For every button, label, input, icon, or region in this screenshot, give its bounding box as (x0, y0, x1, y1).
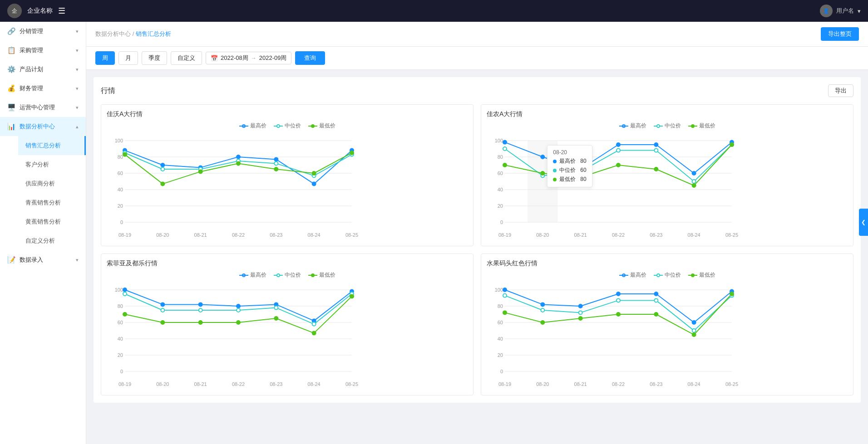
sidebar-item-supplier-analysis[interactable]: 供应商分析 (18, 174, 86, 193)
sidebar-item-product-plan[interactable]: ⚙️ 产品计划 ▾ (0, 60, 86, 79)
legend-mid: 中位价 (274, 271, 301, 279)
svg-text:08-24: 08-24 (688, 232, 700, 238)
svg-point-118 (123, 288, 127, 292)
svg-point-120 (199, 303, 202, 306)
chart-legend-chart3: 最高价 中位价 最低价 (107, 271, 468, 279)
svg-point-178 (503, 311, 507, 314)
sidebar-item-sales-summary[interactable]: 销售汇总分析 (18, 136, 86, 155)
svg-text:08-24: 08-24 (308, 381, 321, 387)
svg-point-134 (199, 321, 202, 324)
svg-point-119 (161, 303, 164, 306)
svg-point-130 (312, 322, 316, 326)
svg-point-76 (654, 143, 658, 146)
svg-text:100: 100 (115, 138, 123, 143)
sidebar-item-distribution[interactable]: 🔗 分销管理 ▾ (0, 22, 86, 41)
sidebar-item-finance[interactable]: 💰 财务管理 ▾ (0, 79, 86, 98)
sidebar-item-yellow-banana[interactable]: 黄蕉销售分析 (18, 212, 86, 231)
legend-mid: 中位价 (274, 122, 301, 130)
menu-icon[interactable]: ☰ (58, 6, 65, 16)
svg-text:08-20: 08-20 (156, 232, 169, 238)
svg-point-79 (503, 147, 507, 151)
period-quarter-button[interactable]: 季度 (142, 51, 167, 65)
svg-text:08-20: 08-20 (156, 381, 169, 387)
legend-mid: 中位价 (654, 271, 681, 279)
topbar-right[interactable]: 👤 用户名 ▾ (820, 5, 861, 17)
sidebar-item-banana-analysis[interactable]: 青蕉销售分析 (18, 193, 86, 212)
legend-low: 最低价 (308, 271, 335, 279)
svg-text:60: 60 (118, 171, 123, 176)
svg-text:08-23: 08-23 (650, 381, 662, 387)
svg-point-144 (691, 274, 694, 277)
svg-point-75 (616, 143, 620, 146)
period-month-button[interactable]: 月 (118, 51, 138, 65)
svg-text:08-19: 08-19 (498, 381, 511, 387)
svg-point-175 (654, 298, 658, 302)
sidebar-item-data-analysis[interactable]: 📊 数据分析中心 ▴ (0, 117, 86, 136)
legend-high: 最高价 (239, 271, 266, 279)
finance-icon: 💰 (7, 84, 16, 93)
sidebar-item-customer-analysis[interactable]: 客户分析 (18, 155, 86, 174)
svg-point-174 (616, 298, 620, 302)
svg-point-33 (161, 167, 164, 171)
svg-point-30 (312, 182, 316, 185)
operations-arrow: ▾ (76, 105, 79, 111)
svg-point-142 (657, 274, 660, 277)
sidebar-label-supplier-analysis: 供应商分析 (25, 180, 55, 188)
svg-text:80: 80 (498, 154, 503, 160)
legend-low: 最低价 (688, 122, 715, 130)
market-section: 行情 导出 佳沃A大行情 最高价 中位价 最低价 (94, 77, 861, 403)
sidebar-item-custom-analysis[interactable]: 自定义分析 (18, 231, 86, 250)
svg-point-72 (503, 141, 507, 144)
period-custom-button[interactable]: 自定义 (171, 51, 202, 65)
breadcrumb-sep: / (133, 30, 134, 37)
svg-text:80: 80 (118, 154, 123, 160)
distribution-arrow: ▾ (76, 29, 79, 34)
svg-text:08-22: 08-22 (232, 232, 245, 238)
svg-text:08-20: 08-20 (536, 381, 549, 387)
export-button[interactable]: 导出 (828, 84, 853, 97)
distribution-icon: 🔗 (7, 27, 16, 35)
svg-text:60: 60 (498, 171, 503, 176)
breadcrumb-current[interactable]: 销售汇总分析 (136, 30, 171, 37)
chart-svg-chart2: 020406080100 08-1908-2008-2108-2208-2308… (487, 132, 848, 240)
sidebar-label-procurement: 采购管理 (20, 46, 43, 54)
svg-point-133 (161, 321, 164, 324)
svg-point-183 (692, 333, 696, 337)
chart-card-chart3: 索菲亚及都乐行情 最高价 中位价 最低价 020406080100 08-190… (101, 254, 473, 395)
sidebar-item-operations[interactable]: 🖥️ 运营中心管理 ▾ (0, 98, 86, 117)
chart-title-chart1: 佳沃A大行情 (107, 110, 468, 118)
product-plan-arrow: ▾ (76, 67, 79, 73)
sidebar-item-data-entry[interactable]: 📝 数据录入 ▾ (0, 250, 86, 269)
user-dropdown-icon[interactable]: ▾ (858, 8, 861, 15)
svg-text:08-19: 08-19 (118, 232, 131, 238)
svg-point-96 (277, 274, 280, 277)
svg-text:08-19: 08-19 (118, 381, 131, 387)
svg-text:08-22: 08-22 (612, 232, 625, 238)
date-end: 2022-09周 (259, 54, 287, 62)
svg-point-92 (730, 143, 734, 146)
export-all-button[interactable]: 导出整页 (821, 27, 859, 41)
section-title: 行情 (101, 86, 115, 96)
svg-point-84 (692, 180, 696, 183)
svg-text:08-22: 08-22 (612, 381, 625, 387)
svg-point-73 (541, 155, 544, 159)
svg-point-51 (691, 125, 694, 127)
period-week-button[interactable]: 周 (95, 51, 115, 65)
svg-text:08-24: 08-24 (688, 381, 700, 387)
svg-point-138 (350, 294, 354, 298)
charts-grid: 佳沃A大行情 最高价 中位价 最低价 020406080100 08-1908-… (101, 104, 853, 395)
svg-point-164 (503, 288, 507, 292)
svg-point-137 (312, 331, 316, 335)
svg-point-172 (541, 308, 544, 312)
company-name: 企业名称 (27, 7, 53, 15)
chart-legend-chart2: 最高价 中位价 最低价 (487, 122, 848, 130)
data-analysis-icon: 📊 (7, 122, 16, 131)
sidebar-item-procurement[interactable]: 📋 采购管理 ▾ (0, 41, 86, 60)
query-button[interactable]: 查询 (295, 51, 325, 65)
right-panel-toggle[interactable]: ❮ (859, 209, 868, 236)
svg-point-42 (237, 161, 240, 165)
svg-point-176 (692, 329, 696, 332)
date-range-picker[interactable]: 📅 2022-08周 → 2022-09周 (206, 52, 291, 64)
svg-text:20: 20 (498, 203, 503, 209)
topbar: 企 企业名称 ☰ 👤 用户名 ▾ (0, 0, 868, 22)
